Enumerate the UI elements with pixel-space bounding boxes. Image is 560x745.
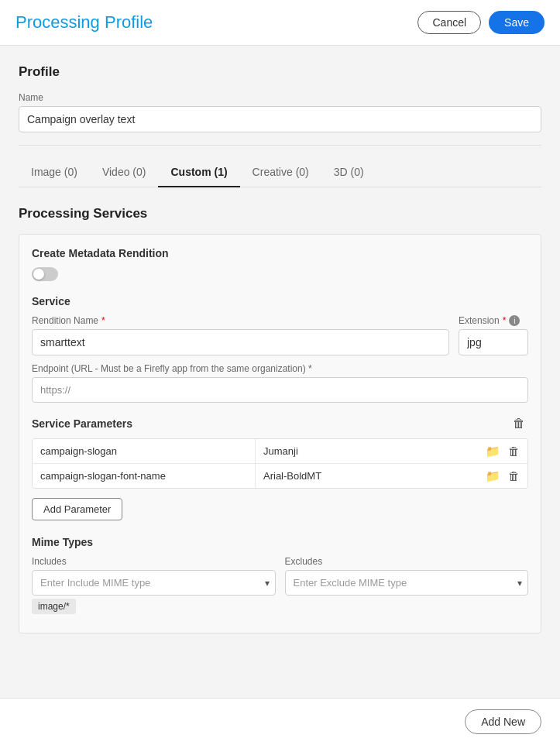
service-section: Service Rendition Name * Extension * i: [32, 295, 528, 614]
tabs-container: Image (0) Video (0) Custom (1) Creative …: [19, 158, 541, 187]
params-table: campaign-slogan Jumanji 📁 🗑 campaign-slo…: [32, 438, 528, 489]
param-folder-button-1[interactable]: 📁: [484, 443, 502, 460]
name-form-group: Name: [19, 92, 541, 132]
rendition-name-col: Rendition Name *: [32, 315, 449, 355]
params-header: Service Parameters 🗑: [32, 415, 528, 432]
service-label: Service: [32, 295, 528, 307]
tab-video[interactable]: Video (0): [90, 158, 159, 187]
tab-image[interactable]: Image (0): [19, 158, 90, 187]
title-accent: Profile: [100, 12, 153, 32]
param-folder-button-2[interactable]: 📁: [484, 468, 502, 485]
title-plain: Processing: [15, 12, 100, 32]
name-label: Name: [19, 92, 541, 103]
cancel-button[interactable]: Cancel: [417, 11, 481, 34]
extension-required-star: *: [503, 315, 507, 326]
header-actions: Cancel Save: [417, 11, 545, 34]
mime-row: Includes Enter Include MIME type ▾ image…: [32, 556, 528, 614]
mime-excludes-col: Excludes Enter Exclude MIME type ▾: [285, 556, 529, 614]
extension-input[interactable]: [459, 329, 528, 355]
add-new-button[interactable]: Add New: [465, 709, 541, 734]
mime-includes-select[interactable]: Enter Include MIME type: [32, 570, 276, 596]
param-actions-2: 📁 🗑: [478, 465, 527, 488]
extension-label: Extension * i: [459, 315, 528, 326]
section-divider: [19, 145, 541, 146]
mime-includes-label: Includes: [32, 556, 276, 567]
extension-info-icon[interactable]: i: [509, 315, 520, 326]
param-actions-1: 📁 🗑: [478, 440, 527, 463]
extension-col: Extension * i: [459, 315, 528, 355]
metadata-rendition-card: Create Metadata Rendition Service Rendit…: [19, 234, 541, 633]
save-button[interactable]: Save: [489, 11, 545, 34]
add-parameter-button[interactable]: Add Parameter: [32, 498, 122, 520]
toggle-wrap: [32, 267, 528, 284]
name-input[interactable]: [19, 106, 541, 132]
page-header: Processing Profile Cancel Save: [0, 0, 560, 46]
endpoint-label: Endpoint (URL - Must be a Firefly app fr…: [32, 363, 528, 374]
processing-services-title: Processing Services: [19, 206, 541, 221]
card-title: Create Metadata Rendition: [32, 247, 528, 259]
mime-includes-select-wrap: Enter Include MIME type ▾: [32, 570, 276, 596]
params-title: Service Parameters: [32, 417, 132, 430]
rendition-row: Rendition Name * Extension * i: [32, 315, 528, 355]
mime-excludes-select[interactable]: Enter Exclude MIME type: [285, 570, 529, 596]
param-key-1: campaign-slogan: [33, 439, 255, 463]
rendition-name-input[interactable]: [32, 329, 449, 355]
profile-section-title: Profile: [19, 64, 541, 80]
tab-3d[interactable]: 3D (0): [321, 158, 376, 187]
endpoint-input[interactable]: [32, 377, 528, 403]
rendition-required-star: *: [101, 315, 105, 326]
mime-excludes-label: Excludes: [285, 556, 529, 567]
main-content: Profile Name Image (0) Video (0) Custom …: [0, 46, 560, 664]
mime-excludes-select-wrap: Enter Exclude MIME type ▾: [285, 570, 529, 596]
page-footer: Add New: [0, 698, 560, 745]
param-value-2: Arial-BoldMT: [255, 464, 478, 488]
mime-includes-tag: image/*: [32, 599, 76, 614]
param-delete-button-2[interactable]: 🗑: [507, 468, 521, 484]
endpoint-group: Endpoint (URL - Must be a Firefly app fr…: [32, 363, 528, 403]
param-delete-button-1[interactable]: 🗑: [507, 443, 521, 459]
metadata-rendition-toggle[interactable]: [32, 267, 58, 281]
tab-creative[interactable]: Creative (0): [240, 158, 321, 187]
tab-custom[interactable]: Custom (1): [158, 158, 239, 187]
table-row: campaign-slogan Jumanji 📁 🗑: [33, 439, 527, 464]
rendition-name-label: Rendition Name *: [32, 315, 449, 326]
table-row: campaign-slogan-font-name Arial-BoldMT 📁…: [33, 464, 527, 488]
page-title: Processing Profile: [15, 12, 153, 33]
mime-types-section: Mime Types Includes Enter Include MIME t…: [32, 536, 528, 614]
mime-includes-col: Includes Enter Include MIME type ▾ image…: [32, 556, 276, 614]
params-delete-all-button[interactable]: 🗑: [510, 415, 528, 432]
mime-types-title: Mime Types: [32, 536, 528, 548]
toggle-knob: [33, 269, 44, 280]
param-key-2: campaign-slogan-font-name: [33, 464, 255, 488]
param-value-1: Jumanji: [255, 439, 478, 463]
